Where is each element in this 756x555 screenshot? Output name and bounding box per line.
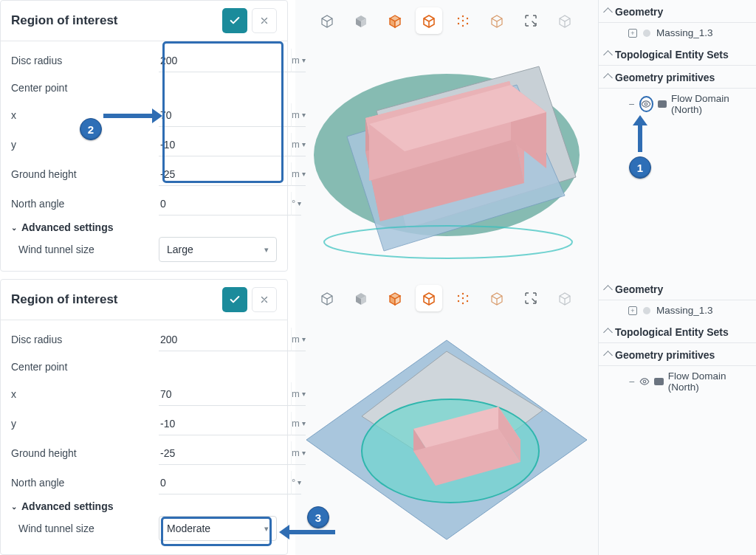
ground-height-label: Ground height: [11, 447, 159, 459]
annotation-arrow-1: [638, 125, 642, 152]
north-angle-label: North angle: [11, 477, 159, 489]
north-angle-input[interactable]: [159, 474, 291, 492]
color-swatch-icon: [654, 378, 664, 385]
panel-title: Region of interest: [11, 292, 118, 307]
collapse-icon: −: [628, 101, 635, 107]
tree-section-geometry[interactable]: Geometry: [599, 278, 756, 300]
x-input[interactable]: [159, 385, 291, 403]
svg-point-0: [458, 18, 459, 19]
y-label: y: [11, 139, 159, 151]
confirm-button[interactable]: [222, 287, 247, 312]
close-icon: [260, 16, 269, 25]
svg-point-23: [467, 295, 468, 297]
disc-radius-input-wrap: [159, 49, 291, 72]
svg-point-20: [645, 103, 648, 106]
close-button[interactable]: [252, 287, 277, 312]
geometry-icon: [642, 28, 652, 38]
tree-item-flow-domain[interactable]: − Flow Domain (North): [599, 89, 756, 120]
wind-tunnel-label: Wind tunnel size: [11, 244, 159, 255]
y-label: y: [11, 418, 159, 430]
ground-height-input[interactable]: [159, 444, 291, 462]
x-label: x: [11, 388, 159, 400]
annotation-badge-2: 2: [80, 118, 102, 140]
y-input[interactable]: [159, 415, 291, 432]
collapse-icon: −: [628, 379, 635, 385]
tree-section-primitives[interactable]: Geometry primitives: [599, 343, 756, 366]
disc-radius-label: Disc radius: [11, 55, 159, 66]
advanced-settings-toggle[interactable]: ⌄ Advanced settings: [11, 221, 277, 233]
annotation-arrow-2: [103, 114, 152, 118]
center-point-label: Center point: [11, 361, 159, 373]
tree-section-topological[interactable]: Topological Entity Sets: [599, 43, 756, 66]
chevron-down-icon: ⌄: [11, 224, 17, 232]
svg-point-2: [467, 18, 468, 19]
advanced-settings-toggle[interactable]: ⌄ Advanced settings: [11, 500, 277, 512]
chevron-down-icon: ▾: [264, 245, 269, 255]
scene-tree: Geometry + Massing_1.3 Topological Entit…: [598, 278, 756, 555]
scene-tree: Geometry + Massing_1.3 Topological Entit…: [598, 0, 756, 278]
viewport-3d[interactable]: [295, 22, 598, 273]
region-of-interest-panel: Region of interest Disc radius m▾: [0, 0, 288, 272]
ground-height-label: Ground height: [11, 168, 159, 180]
check-icon: [229, 294, 241, 306]
svg-point-3: [462, 20, 464, 21]
north-angle-label: North angle: [11, 198, 159, 210]
annotation-badge-1: 1: [629, 156, 651, 179]
expand-icon: +: [628, 306, 637, 315]
visibility-eye-icon[interactable]: [639, 376, 650, 387]
center-point-label: Center point: [11, 82, 159, 94]
wind-tunnel-size-select[interactable]: Large ▾: [159, 237, 277, 262]
tree-item-massing[interactable]: + Massing_1.3: [599, 23, 756, 43]
svg-point-36: [643, 307, 650, 314]
geometry-icon: [642, 306, 652, 316]
svg-point-1: [462, 15, 464, 17]
disc-radius-label: Disc radius: [11, 334, 159, 345]
annotation-arrow-3: [289, 530, 335, 534]
viewport-3d[interactable]: [295, 300, 598, 551]
annotation-badge-3: 3: [307, 506, 329, 528]
svg-point-21: [458, 295, 459, 297]
confirm-button[interactable]: [222, 8, 247, 33]
close-button[interactable]: [252, 8, 277, 33]
chevron-down-icon: ▾: [264, 524, 269, 534]
ground-height-input[interactable]: [159, 165, 291, 183]
check-icon: [229, 15, 241, 27]
svg-point-37: [643, 380, 646, 383]
panel-title: Region of interest: [11, 13, 118, 28]
disc-radius-input[interactable]: [159, 331, 291, 348]
chevron-down-icon: ⌄: [11, 503, 17, 511]
x-input[interactable]: [159, 106, 291, 124]
tree-section-primitives[interactable]: Geometry primitives: [599, 66, 756, 89]
wind-tunnel-label: Wind tunnel size: [11, 523, 159, 534]
close-icon: [260, 295, 269, 304]
north-angle-input[interactable]: [159, 195, 291, 213]
tree-item-flow-domain[interactable]: − Flow Domain (North): [599, 366, 756, 397]
disc-radius-input[interactable]: [159, 52, 291, 69]
color-swatch-icon: [658, 100, 667, 108]
svg-point-19: [643, 30, 650, 37]
wind-tunnel-size-select[interactable]: Moderate ▾: [159, 516, 277, 541]
svg-point-24: [462, 297, 464, 299]
tree-section-geometry[interactable]: Geometry: [599, 0, 756, 23]
region-of-interest-panel: Region of interest Disc radius m▾ Center…: [0, 279, 288, 555]
tree-item-massing[interactable]: + Massing_1.3: [599, 300, 756, 320]
expand-icon: +: [628, 29, 637, 38]
svg-point-22: [462, 293, 464, 294]
y-input[interactable]: [159, 136, 291, 154]
tree-section-topological[interactable]: Topological Entity Sets: [599, 320, 756, 343]
visibility-eye-icon[interactable]: [639, 96, 653, 112]
